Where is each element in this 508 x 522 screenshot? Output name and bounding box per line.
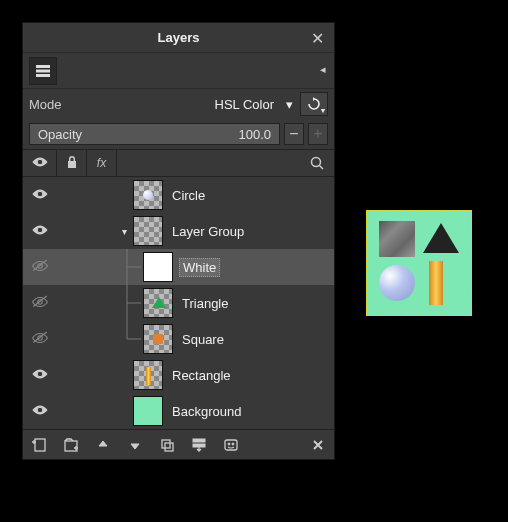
mode-dropdown[interactable]: HSL Color xyxy=(66,97,278,112)
delete-layer-button[interactable] xyxy=(308,435,328,455)
visibility-toggle[interactable] xyxy=(23,393,57,429)
layer-thumbnail[interactable] xyxy=(143,324,173,354)
svg-rect-16 xyxy=(162,440,170,448)
lower-layer-button[interactable] xyxy=(125,435,145,455)
eye-icon xyxy=(31,155,49,172)
layer-name[interactable]: Circle xyxy=(169,187,208,204)
new-layer-button[interactable] xyxy=(29,435,49,455)
canvas-preview xyxy=(366,210,472,316)
eye-icon xyxy=(31,367,49,384)
close-icon[interactable]: ✕ xyxy=(311,29,324,48)
tab-strip: ◂ xyxy=(23,53,334,89)
expander-icon[interactable]: ▾ xyxy=(117,226,131,237)
lock-column-header[interactable] xyxy=(57,149,87,177)
layer-thumbnail[interactable] xyxy=(133,216,163,246)
layer-name[interactable]: Layer Group xyxy=(169,223,247,240)
titlebar: Layers ✕ xyxy=(23,23,334,53)
layer-row[interactable]: White xyxy=(23,249,334,285)
opacity-row: Opacity 100.0 − + xyxy=(23,119,334,149)
mode-row: Mode HSL Color ▾ ▾ xyxy=(23,89,334,119)
layer-row[interactable]: Background xyxy=(23,393,334,429)
layer-thumbnail[interactable] xyxy=(143,288,173,318)
layer-row[interactable]: Circle xyxy=(23,177,334,213)
merge-down-button[interactable] xyxy=(189,435,209,455)
layer-name[interactable]: Triangle xyxy=(179,295,231,312)
opacity-slider[interactable]: Opacity 100.0 xyxy=(29,123,280,145)
svg-rect-18 xyxy=(193,439,205,442)
bottom-toolbar xyxy=(23,429,334,459)
preview-rectangle xyxy=(429,261,443,305)
mode-label: Mode xyxy=(29,97,62,112)
layer-row[interactable]: Square xyxy=(23,321,334,357)
raise-layer-button[interactable] xyxy=(93,435,113,455)
preview-triangle xyxy=(423,223,459,253)
opacity-value: 100.0 xyxy=(238,127,271,142)
layer-row[interactable]: Rectangle xyxy=(23,357,334,393)
fx-column-header[interactable]: fx xyxy=(87,149,117,177)
layers-icon xyxy=(35,64,51,78)
layer-name[interactable]: White xyxy=(179,258,220,277)
layer-name[interactable]: Square xyxy=(179,331,227,348)
panel-menu-icon[interactable]: ◂ xyxy=(320,63,326,76)
svg-point-22 xyxy=(232,443,234,445)
visibility-toggle[interactable] xyxy=(23,321,57,357)
opacity-label: Opacity xyxy=(38,127,238,142)
eye-closed-icon xyxy=(31,259,49,276)
eye-closed-icon xyxy=(31,295,49,312)
duplicate-layer-button[interactable] xyxy=(157,435,177,455)
layer-row[interactable]: Triangle xyxy=(23,285,334,321)
visibility-toggle[interactable] xyxy=(23,213,57,249)
layer-list-header: fx xyxy=(23,149,334,177)
svg-rect-14 xyxy=(35,439,45,451)
layer-thumbnail[interactable] xyxy=(133,180,163,210)
layer-list: Circle▾Layer GroupWhiteTriangleSquareRec… xyxy=(23,177,334,429)
panel-title: Layers xyxy=(158,30,200,45)
layer-row[interactable]: ▾Layer Group xyxy=(23,213,334,249)
chevron-down-icon[interactable]: ▾ xyxy=(282,97,296,111)
preview-circle xyxy=(379,265,415,301)
layer-thumbnail[interactable] xyxy=(133,396,163,426)
visibility-toggle[interactable] xyxy=(23,249,57,285)
visibility-toggle[interactable] xyxy=(23,177,57,213)
search-button[interactable] xyxy=(300,149,334,177)
layer-thumbnail[interactable] xyxy=(133,360,163,390)
add-mask-button[interactable] xyxy=(221,435,241,455)
svg-line-4 xyxy=(320,166,324,170)
svg-rect-15 xyxy=(65,441,77,451)
svg-rect-0 xyxy=(36,65,50,68)
eye-icon xyxy=(31,403,49,420)
reset-icon xyxy=(306,97,322,111)
svg-point-3 xyxy=(312,158,321,167)
eye-icon xyxy=(31,187,49,204)
preview-square xyxy=(379,221,415,257)
visibility-toggle[interactable] xyxy=(23,357,57,393)
eye-icon xyxy=(31,223,49,240)
layers-tab[interactable] xyxy=(29,57,57,85)
svg-point-21 xyxy=(228,443,230,445)
svg-rect-19 xyxy=(193,444,205,447)
svg-rect-1 xyxy=(36,69,50,72)
search-icon xyxy=(310,156,324,170)
eye-closed-icon xyxy=(31,331,49,348)
layer-thumbnail[interactable] xyxy=(143,252,173,282)
reset-mode-button[interactable]: ▾ xyxy=(300,92,328,116)
opacity-increment-button[interactable]: + xyxy=(308,123,328,145)
svg-rect-2 xyxy=(36,74,50,77)
svg-rect-17 xyxy=(165,443,173,451)
opacity-decrement-button[interactable]: − xyxy=(284,123,304,145)
visibility-toggle[interactable] xyxy=(23,285,57,321)
layer-name[interactable]: Rectangle xyxy=(169,367,234,384)
layer-name[interactable]: Background xyxy=(169,403,244,420)
layers-panel: Layers ✕ ◂ Mode HSL Color ▾ ▾ Opacity 10… xyxy=(22,22,335,460)
lock-icon xyxy=(66,155,78,172)
new-group-button[interactable] xyxy=(61,435,81,455)
visibility-column-header[interactable] xyxy=(23,149,57,177)
